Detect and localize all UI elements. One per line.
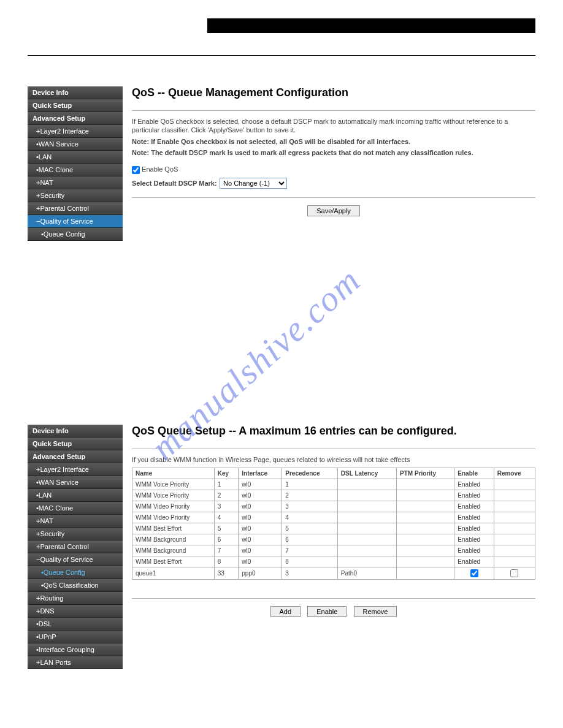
table-header: Name [132,468,215,479]
table-cell: 8 [214,556,239,567]
sidebar-item[interactable]: Device Info [28,425,123,438]
table-row: WMM Background6wl06Enabled [132,534,535,545]
table-cell: ppp0 [239,567,282,580]
sidebar-item[interactable]: •Interface Grouping [28,643,123,656]
table-cell: 8 [282,556,338,567]
sidebar-2: Device InfoQuick SetupAdvanced Setup+Lay… [28,425,123,669]
table-row: WMM Video Priority3wl03Enabled [132,501,535,512]
table-cell: WMM Background [132,545,215,556]
table-cell: 33 [214,567,239,580]
enable-qos-row: Enable QoS [132,165,535,174]
sidebar-item[interactable]: •LAN [28,489,123,502]
sidebar-item[interactable]: −Quality of Service [28,553,123,566]
table-cell [494,490,535,501]
table-cell: WMM Best Effort [132,556,215,567]
sidebar-item[interactable]: +LAN Ports [28,656,123,669]
sidebar-item[interactable]: •WAN Service [28,476,123,489]
table-cell [494,501,535,512]
table-header: DSL Latency [337,468,396,479]
table-row: WMM Best Effort5wl05Enabled [132,523,535,534]
sidebar-item[interactable]: Advanced Setup [28,450,123,463]
table-cell [337,556,396,567]
table-cell: 1 [214,479,239,490]
enable-qos-checkbox[interactable] [132,166,140,174]
sidebar-item[interactable]: •DSL [28,618,123,631]
table-cell [397,479,454,490]
qos-queue-table: NameKeyInterfacePrecedenceDSL LatencyPTM… [132,468,535,580]
table-cell: 4 [214,512,239,523]
table-cell: Enabled [454,545,494,556]
table-cell: wl0 [239,512,282,523]
table-cell [337,545,396,556]
dscp-select[interactable]: No Change (-1) [220,178,287,189]
table-cell: wl0 [239,534,282,545]
note-2: Note: The default DSCP mark is used to m… [132,148,535,157]
sidebar-item[interactable]: •LAN [28,151,123,164]
table-cell: WMM Voice Priority [132,490,215,501]
note-1: Note: If Enable Qos checkbox is not sele… [132,137,535,146]
table-row: WMM Voice Priority1wl01Enabled [132,479,535,490]
table-cell: wl0 [239,523,282,534]
sidebar-item[interactable]: •Queue Config [28,566,123,579]
table-header: Precedence [282,468,338,479]
sidebar-item[interactable]: Device Info [28,86,123,99]
sidebar-item[interactable]: +NAT [28,515,123,528]
sidebar-item[interactable]: •WAN Service [28,138,123,151]
sidebar-item[interactable]: Advanced Setup [28,112,123,125]
sidebar-item[interactable]: +Security [28,528,123,540]
sidebar-item[interactable]: −Quality of Service [28,215,123,228]
table-cell [494,556,535,567]
divider-3 [132,449,535,449]
table-cell [397,534,454,545]
divider-4 [132,598,535,599]
table-cell: 6 [214,534,239,545]
sidebar-item[interactable]: •Queue Config [28,228,123,241]
sidebar-item[interactable]: •UPnP [28,631,123,643]
table-cell [397,556,454,567]
remove-checkbox[interactable] [510,569,518,577]
save-apply-button[interactable]: Save/Apply [307,205,360,216]
remove-button[interactable]: Remove [354,606,397,617]
table-cell [397,523,454,534]
sidebar-item[interactable]: Quick Setup [28,99,123,112]
table-header: Enable [454,468,494,479]
table-cell [494,523,535,534]
table-cell: Enabled [454,534,494,545]
table-cell: WMM Video Priority [132,512,215,523]
table-cell: wl0 [239,556,282,567]
sidebar-item[interactable]: +NAT [28,176,123,189]
table-cell: queue1 [132,567,215,580]
table-cell: Enabled [454,479,494,490]
table-cell: Enabled [454,490,494,501]
sidebar-item[interactable]: •MAC Clone [28,502,123,515]
sidebar-item[interactable]: +Layer2 Interface [28,125,123,138]
header-divider [28,55,535,56]
table-cell [454,567,494,580]
table-cell [397,501,454,512]
sidebar-item[interactable]: +Parental Control [28,202,123,215]
divider [132,110,535,111]
table-cell: WMM Background [132,534,215,545]
section-qos-queue: Device InfoQuick SetupAdvanced Setup+Lay… [28,425,535,669]
table-cell: 2 [282,490,338,501]
add-button[interactable]: Add [270,606,301,617]
sidebar-item[interactable]: +Layer2 Interface [28,463,123,476]
sidebar-item[interactable]: +DNS [28,605,123,618]
sidebar-item[interactable]: •MAC Clone [28,164,123,176]
header-black-bar [207,18,535,33]
sidebar-item[interactable]: +Parental Control [28,540,123,553]
content-1: QoS -- Queue Management Configuration If… [123,86,535,241]
table-row: WMM Video Priority4wl04Enabled [132,512,535,523]
table-cell: wl0 [239,545,282,556]
sidebar-item[interactable]: +Security [28,189,123,202]
sidebar-item[interactable]: Quick Setup [28,438,123,450]
table-cell: Path0 [337,567,396,580]
enable-checkbox[interactable] [470,569,478,577]
sidebar-item[interactable]: •QoS Classification [28,579,123,592]
content-2: QoS Queue Setup -- A maximum 16 entries … [123,425,535,669]
save-row: Save/Apply [132,205,535,216]
sidebar-item[interactable]: +Routing [28,592,123,605]
enable-button[interactable]: Enable [307,606,347,617]
table-cell [337,534,396,545]
table-cell [494,534,535,545]
